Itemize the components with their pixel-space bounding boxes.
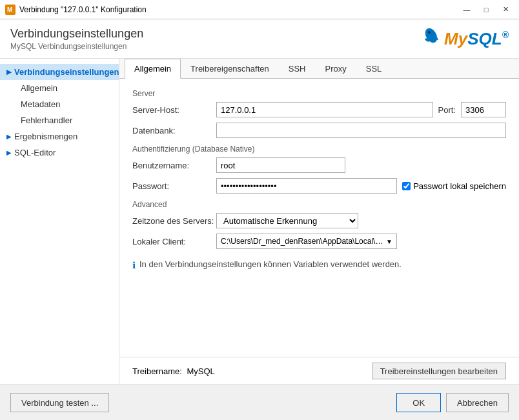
password-row: Passwort: Passwort lokal speichern: [132, 178, 506, 194]
tab-treibereigenschaften[interactable]: Treibereigenschaften: [181, 59, 279, 79]
port-input[interactable]: [461, 102, 506, 117]
local-client-value: C:\Users\Dr_med_denRasen\AppData\Local\D…: [221, 237, 386, 246]
auth-section-label: Authentifizierung (Database Native): [132, 145, 506, 154]
tab-allgemein[interactable]: Allgemein: [125, 59, 181, 79]
svg-point-4: [428, 31, 431, 34]
driver-settings-button[interactable]: Treibereinstellungen bearbeiten: [372, 363, 506, 379]
info-icon: ℹ: [132, 260, 136, 270]
maximize-button[interactable]: □: [478, 3, 494, 16]
main-window: Verbindungseinstellungen MySQL Verbindun…: [0, 19, 519, 420]
mysql-logo: MySQL®: [418, 26, 509, 52]
info-box: ℹ In den Verbindungseinstellungen können…: [132, 259, 506, 270]
save-password-checkbox[interactable]: [402, 182, 411, 190]
server-host-input[interactable]: [216, 102, 433, 117]
driver-name-label: Treibername:: [132, 366, 182, 376]
arrow-icon-3: ▶: [6, 149, 12, 156]
driver-info: Treibername: MySQL: [132, 366, 215, 376]
info-text: In den Verbindungseinstellungen können V…: [139, 259, 402, 269]
dropdown-arrow-icon: ▼: [386, 238, 392, 245]
close-button[interactable]: ✕: [497, 3, 514, 16]
sidebar-item-ergebnismengen[interactable]: ▶ Ergebnismengen: [0, 128, 119, 145]
form-content: Server Server-Host: Port: Datenbank: Aut…: [119, 79, 519, 357]
driver-name-value: MySQL: [187, 366, 214, 376]
local-client-label: Lokaler Client:: [132, 237, 216, 246]
server-host-group: Port:: [216, 102, 506, 117]
window-title: Verbindung "127.0.0.1" Konfiguration: [19, 5, 458, 14]
save-password-group: Passwort lokal speichern: [402, 181, 506, 191]
ok-button[interactable]: OK: [396, 393, 441, 412]
mysql-text: MySQL®: [444, 29, 509, 49]
database-input[interactable]: [216, 123, 506, 138]
save-password-label[interactable]: Passwort lokal speichern: [413, 181, 506, 191]
svg-text:M: M: [7, 6, 12, 14]
sidebar-item-sql-editor[interactable]: ▶ SQL-Editor: [0, 145, 119, 161]
local-client-row: Lokaler Client: C:\Users\Dr_med_denRasen…: [132, 234, 506, 249]
server-host-row: Server-Host: Port:: [132, 102, 506, 117]
server-host-label: Server-Host:: [132, 105, 216, 115]
dolphin-icon: [418, 26, 444, 52]
username-row: Benutzername:: [132, 157, 506, 173]
username-label: Benutzername:: [132, 161, 216, 170]
titlebar: M Verbindung "127.0.0.1" Konfiguration —…: [0, 0, 519, 19]
minimize-button[interactable]: —: [458, 3, 475, 16]
sidebar-item-fehlerhandler[interactable]: Fehlerhandler: [0, 112, 119, 128]
test-connection-button[interactable]: Verbindung testen ...: [10, 393, 109, 412]
cancel-button[interactable]: Abbrechen: [446, 393, 509, 412]
main-panel: Allgemein Treibereigenschaften SSH Proxy…: [119, 59, 519, 385]
timezone-row: Zeitzone des Servers: Automatische Erken…: [132, 213, 506, 228]
password-input[interactable]: [216, 178, 397, 194]
timezone-label: Zeitzone des Servers:: [132, 216, 216, 226]
tab-ssh[interactable]: SSH: [279, 59, 316, 79]
sidebar-item-verbindungseinstellungen[interactable]: ▶ Verbindungseinstellungen: [0, 64, 119, 80]
header: Verbindungseinstellungen MySQL Verbindun…: [0, 19, 519, 59]
footer-info: Treibername: MySQL Treibereinstellungen …: [119, 357, 519, 385]
page-title: Verbindungseinstellungen: [10, 27, 143, 41]
sidebar: ▶ Verbindungseinstellungen Allgemein Met…: [0, 59, 119, 385]
header-left: Verbindungseinstellungen MySQL Verbindun…: [10, 27, 143, 51]
page-subtitle: MySQL Verbindungseinstellungen: [10, 42, 143, 51]
content-area: ▶ Verbindungseinstellungen Allgemein Met…: [0, 59, 519, 385]
tab-ssl[interactable]: SSL: [356, 59, 392, 79]
password-label: Passwort:: [132, 181, 216, 191]
timezone-select[interactable]: Automatische Erkennung: [216, 213, 358, 228]
server-section-label: Server: [132, 89, 506, 98]
bottom-bar: Verbindung testen ... OK Abbrechen: [0, 385, 519, 420]
arrow-icon: ▶: [6, 68, 12, 75]
database-row: Datenbank:: [132, 123, 506, 138]
arrow-icon-2: ▶: [6, 133, 12, 140]
database-label: Datenbank:: [132, 126, 216, 135]
username-input[interactable]: [216, 157, 345, 173]
svg-point-2: [423, 26, 440, 45]
sidebar-item-metadaten[interactable]: Metadaten: [0, 96, 119, 112]
app-icon: M: [5, 5, 15, 15]
tab-bar: Allgemein Treibereigenschaften SSH Proxy…: [119, 59, 519, 79]
port-label: Port:: [438, 105, 456, 115]
sidebar-item-allgemein[interactable]: Allgemein: [0, 80, 119, 96]
advanced-section-label: Advanced: [132, 200, 506, 209]
window-controls: — □ ✕: [458, 3, 514, 16]
local-client-dropdown[interactable]: C:\Users\Dr_med_denRasen\AppData\Local\D…: [216, 234, 397, 249]
action-buttons: OK Abbrechen: [396, 393, 509, 412]
tab-proxy[interactable]: Proxy: [315, 59, 356, 79]
